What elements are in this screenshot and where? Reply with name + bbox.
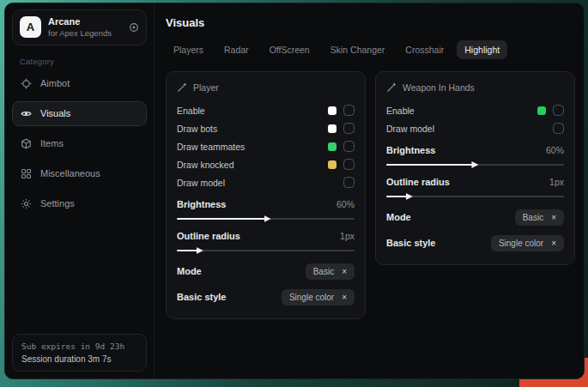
tab-skin-changer[interactable]: Skin Changer [323, 40, 393, 59]
weapon-in-hands-panel: Weapon In Hands Enable Draw model [375, 71, 575, 265]
mode-chip[interactable]: Basic × [515, 209, 564, 226]
sidebar-item-label: Items [40, 138, 64, 148]
color-swatch[interactable] [328, 160, 336, 169]
toggle-row-draw-teammates: Draw teammates [177, 137, 355, 155]
target-icon[interactable] [129, 22, 139, 33]
app-logo: A [20, 16, 41, 38]
tab-players[interactable]: Players [166, 40, 211, 59]
toggle-row-draw-model: Draw model [177, 173, 355, 191]
app-logo-card: A Arcane for Apex Legends [12, 9, 147, 45]
wand-icon [177, 82, 187, 93]
toggle-row-draw-knocked: Draw knocked [177, 155, 355, 173]
sub-expires-text: Sub expires in 9d 23h [21, 342, 137, 351]
close-icon[interactable]: × [551, 239, 556, 248]
checkbox[interactable] [343, 123, 355, 134]
subscription-info-card: Sub expires in 9d 23h Session duration 3… [12, 334, 147, 372]
close-icon[interactable]: × [342, 267, 347, 276]
wand-icon [386, 82, 397, 93]
sidebar-item-label: Visuals [40, 108, 70, 118]
checkbox[interactable] [343, 141, 355, 152]
select-basic-style: Basic style Single color × [386, 233, 564, 252]
checkbox[interactable] [343, 177, 355, 188]
slider-value: 1px [340, 231, 355, 241]
slider-track[interactable] [177, 218, 355, 220]
toggle-row-enable: Enable [177, 101, 355, 119]
session-duration-text: Session duration 3m 7s [21, 354, 137, 364]
close-icon[interactable]: × [342, 293, 347, 302]
slider-value: 60% [336, 199, 355, 209]
sidebar-item-label: Miscellaneous [40, 168, 100, 178]
crosshair-icon [21, 78, 32, 89]
slider-value: 60% [546, 145, 564, 155]
panel-title: Player [193, 82, 219, 93]
app-subtitle: for Apex Legends [48, 28, 122, 39]
panel-title: Weapon In Hands [403, 82, 475, 93]
main-content: Visuals Players Radar OffScreen Skin Cha… [155, 3, 585, 378]
slider-value: 1px [549, 177, 564, 187]
sidebar-item-miscellaneous[interactable]: Miscellaneous [12, 161, 147, 186]
select-basic-style: Basic style Single color × [177, 287, 355, 306]
tab-offscreen[interactable]: OffScreen [262, 40, 318, 59]
slider-outline-radius: Outline radius 1px [177, 231, 355, 251]
sidebar: A Arcane for Apex Legends Category Aimbo… [5, 3, 155, 378]
select-mode: Mode Basic × [177, 262, 355, 281]
sidebar-item-visuals[interactable]: Visuals [12, 101, 147, 126]
checkbox[interactable] [343, 159, 355, 170]
category-label: Category [20, 57, 147, 66]
tab-crosshair[interactable]: Crosshair [397, 40, 452, 59]
sidebar-item-settings[interactable]: Settings [12, 191, 147, 216]
cube-icon [21, 138, 32, 149]
slider-track[interactable] [386, 164, 564, 166]
toggle-row-enable: Enable [386, 101, 564, 119]
slider-track[interactable] [177, 250, 355, 251]
app-window: A Arcane for Apex Legends Category Aimbo… [4, 3, 585, 379]
sidebar-item-aimbot[interactable]: Aimbot [12, 71, 147, 96]
checkbox[interactable] [553, 105, 564, 116]
close-icon[interactable]: × [551, 213, 556, 222]
app-title: Arcane [48, 16, 122, 28]
panels-row: Player Enable Draw bots [166, 71, 575, 319]
grid-icon [21, 168, 32, 179]
page-title: Visuals [166, 16, 575, 29]
slider-thumb[interactable] [406, 193, 413, 200]
gear-icon [21, 198, 32, 209]
checkbox[interactable] [553, 123, 564, 134]
color-swatch[interactable] [328, 106, 336, 115]
toggle-row-draw-bots: Draw bots [177, 119, 355, 137]
sidebar-item-items[interactable]: Items [12, 131, 147, 156]
slider-brightness: Brightness 60% [177, 199, 355, 220]
basic-style-chip[interactable]: Single color × [282, 289, 355, 305]
color-swatch[interactable] [537, 106, 546, 115]
toggle-row-draw-model: Draw model [386, 119, 564, 137]
color-swatch[interactable] [328, 124, 336, 133]
basic-style-chip[interactable]: Single color × [491, 235, 564, 251]
color-swatch[interactable] [328, 142, 336, 151]
slider-track[interactable] [386, 196, 564, 197]
slider-thumb[interactable] [471, 161, 478, 168]
tab-highlight[interactable]: Highlight [457, 40, 507, 59]
checkbox[interactable] [343, 105, 355, 116]
slider-thumb[interactable] [264, 215, 271, 222]
tab-radar[interactable]: Radar [216, 40, 257, 59]
sidebar-item-label: Aimbot [40, 78, 70, 88]
tab-bar: Players Radar OffScreen Skin Changer Cro… [166, 40, 575, 59]
eye-icon [21, 108, 32, 119]
slider-outline-radius: Outline radius 1px [386, 177, 564, 197]
slider-thumb[interactable] [197, 247, 203, 254]
slider-brightness: Brightness 60% [386, 145, 564, 166]
sidebar-item-label: Settings [40, 198, 75, 209]
select-mode: Mode Basic × [386, 208, 564, 227]
player-panel: Player Enable Draw bots [166, 71, 366, 319]
mode-chip[interactable]: Basic × [306, 263, 355, 280]
